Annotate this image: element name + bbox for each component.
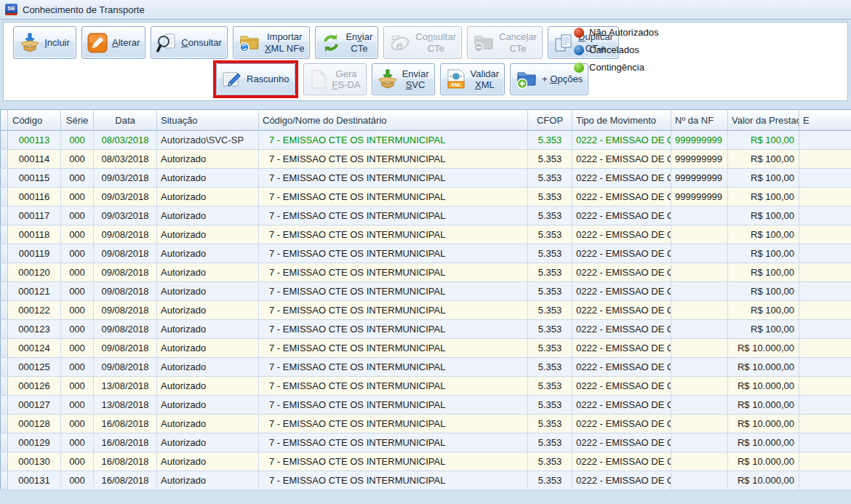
header-extra[interactable]: E [799,110,851,131]
cell-valor[interactable]: R$ 10.000,00 [728,471,799,490]
cell-nf[interactable] [671,377,728,396]
cell-codigo[interactable]: 000113 [8,131,61,150]
cell-data[interactable]: 09/03/2018 [94,188,157,207]
cell-serie[interactable]: 000 [61,188,94,207]
cell-movimento[interactable]: 0222 - EMISSAO DE CTE [572,471,671,490]
cell-cfop[interactable]: 5.353 [528,452,572,471]
cell-extra[interactable] [799,225,851,244]
cell-extra[interactable] [799,301,851,320]
validar-xml-button[interactable]: <>XML Validar XML [440,63,506,95]
cell-nf[interactable] [671,320,728,339]
cell-cfop[interactable]: 5.353 [528,131,572,150]
cell-movimento[interactable]: 0222 - EMISSAO DE CTE [572,225,671,244]
cell-situacao[interactable]: Autorizado [157,244,259,263]
cell-data[interactable]: 09/08/2018 [94,358,157,377]
cell-codigo[interactable]: 000121 [8,282,61,301]
cell-data[interactable]: 09/08/2018 [94,263,157,282]
cell-movimento[interactable]: 0222 - EMISSAO DE CTE [572,377,671,396]
cell-situacao[interactable]: Autorizado\SVC-SP [157,131,259,150]
cell-situacao[interactable]: Autorizado [157,377,259,396]
cell-nf[interactable] [671,207,728,225]
row-selector[interactable] [1,415,8,433]
row-selector[interactable] [1,169,8,188]
cell-situacao[interactable]: Autorizado [157,169,259,188]
cell-serie[interactable]: 000 [61,131,94,150]
cell-destinatario[interactable]: 7 - EMISSAO CTE OS INTERMUNICIPAL [259,471,528,490]
header-nf[interactable]: Nº da NF [671,110,728,131]
cell-nf[interactable] [671,301,728,320]
cell-extra[interactable] [799,282,851,301]
row-selector[interactable] [1,225,8,244]
table-row[interactable]: 00012400009/08/2018Autorizado7 - EMISSAO… [1,339,851,358]
header-valor[interactable]: Valor da Prestação [728,110,799,131]
cell-serie[interactable]: 000 [61,244,94,263]
cell-destinatario[interactable]: 7 - EMISSAO CTE OS INTERMUNICIPAL [259,358,528,377]
cell-data[interactable]: 16/08/2018 [94,433,157,452]
header-cfop[interactable]: CFOP [528,110,572,131]
cell-valor[interactable]: R$ 100,00 [728,244,799,263]
cell-movimento[interactable]: 0222 - EMISSAO DE CTE [572,301,671,320]
cell-cfop[interactable]: 5.353 [528,244,572,263]
cell-data[interactable]: 09/08/2018 [94,320,157,339]
row-selector[interactable] [1,150,8,169]
row-selector[interactable] [1,320,8,339]
cell-situacao[interactable]: Autorizado [157,452,259,471]
cell-destinatario[interactable]: 7 - EMISSAO CTE OS INTERMUNICIPAL [259,377,528,396]
cell-serie[interactable]: 000 [61,339,94,358]
cell-extra[interactable] [799,263,851,282]
cell-data[interactable]: 08/03/2018 [94,131,157,150]
cell-destinatario[interactable]: 7 - EMISSAO CTE OS INTERMUNICIPAL [259,188,528,207]
cell-serie[interactable]: 000 [61,377,94,396]
cell-serie[interactable]: 000 [61,301,94,320]
cell-data[interactable]: 09/08/2018 [94,244,157,263]
table-row[interactable]: 00012600013/08/2018Autorizado7 - EMISSAO… [1,377,851,396]
cell-movimento[interactable]: 0222 - EMISSAO DE CTE [572,396,671,415]
cell-situacao[interactable]: Autorizado [157,225,259,244]
row-selector[interactable] [1,263,8,282]
cell-situacao[interactable]: Autorizado [157,188,259,207]
cell-data[interactable]: 09/08/2018 [94,301,157,320]
cell-valor[interactable]: R$ 10.000,00 [728,433,799,452]
cell-nf[interactable] [671,225,728,244]
cell-valor[interactable]: R$ 100,00 [728,169,799,188]
table-row[interactable]: 00011500009/03/2018Autorizado7 - EMISSAO… [1,169,851,188]
table-row[interactable]: 00012300009/08/2018Autorizado7 - EMISSAO… [1,320,851,339]
cell-movimento[interactable]: 0222 - EMISSAO DE CTE [572,339,671,358]
cell-extra[interactable] [799,358,851,377]
cell-codigo[interactable]: 000115 [8,169,61,188]
row-selector[interactable] [1,207,8,225]
row-selector[interactable] [1,471,8,490]
table-row[interactable]: 00013100016/08/2018Autorizado7 - EMISSAO… [1,471,851,490]
importar-xml-nfe-button[interactable]: Importar XML NFe [233,26,310,59]
cell-extra[interactable] [799,207,851,225]
cell-situacao[interactable]: Autorizado [157,150,259,169]
cell-nf[interactable] [671,396,728,415]
cell-destinatario[interactable]: 7 - EMISSAO CTE OS INTERMUNICIPAL [259,433,528,452]
cell-valor[interactable]: R$ 10.000,00 [728,396,799,415]
cell-serie[interactable]: 000 [61,169,94,188]
cell-codigo[interactable]: 000117 [8,207,61,225]
cell-serie[interactable]: 000 [61,433,94,452]
cell-codigo[interactable]: 000124 [8,339,61,358]
cell-extra[interactable] [799,320,851,339]
cell-cfop[interactable]: 5.353 [528,169,572,188]
row-selector[interactable] [1,377,8,396]
cell-codigo[interactable]: 000119 [8,244,61,263]
cell-nf[interactable] [671,358,728,377]
cell-destinatario[interactable]: 7 - EMISSAO CTE OS INTERMUNICIPAL [259,244,528,263]
cell-nf[interactable]: 999999999 [671,131,728,150]
cell-destinatario[interactable]: 7 - EMISSAO CTE OS INTERMUNICIPAL [259,301,528,320]
cell-codigo[interactable]: 000128 [8,415,61,433]
cell-valor[interactable]: R$ 100,00 [728,320,799,339]
enviar-svc-button[interactable]: Enviar SVC [372,63,435,95]
cell-data[interactable]: 09/03/2018 [94,207,157,225]
cell-situacao[interactable]: Autorizado [157,396,259,415]
row-selector[interactable] [1,282,8,301]
cell-cfop[interactable]: 5.353 [528,207,572,225]
cell-data[interactable]: 16/08/2018 [94,415,157,433]
cell-codigo[interactable]: 000120 [8,263,61,282]
cell-codigo[interactable]: 000116 [8,188,61,207]
cell-extra[interactable] [799,339,851,358]
cell-serie[interactable]: 000 [61,225,94,244]
cell-extra[interactable] [799,377,851,396]
